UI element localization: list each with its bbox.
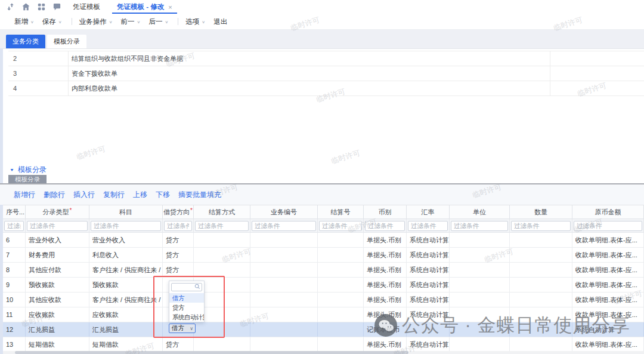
cell-entry-type[interactable]: 应收账款 [26,307,89,322]
chat-icon[interactable] [52,2,61,11]
cell-settle-no[interactable] [318,337,364,352]
cell-original-amount[interactable]: 收款单明细.表体-应... [572,248,644,262]
cell-quantity[interactable] [510,248,572,262]
cell-currency[interactable]: 单据头.币别 [364,337,407,352]
cell-business-no[interactable] [250,322,318,337]
cell-entry-type[interactable]: 其他应收款 [26,293,89,307]
cell-settle-no[interactable] [318,278,364,292]
toolbar-button-save[interactable]: 保存∨ [42,17,62,26]
action-delete-row[interactable]: 删除行 [44,190,65,200]
cell-currency[interactable]: 单据头.币别 [364,293,407,307]
toolbar-button-options[interactable]: 选项∨ [185,17,205,26]
cell-account[interactable]: 预收账款 [89,278,163,292]
filter-input-settle-no[interactable] [319,221,362,231]
cell-account[interactable]: 短期借款 [89,337,163,352]
cell-unit[interactable] [450,337,510,352]
cell-dc-direction[interactable]: 贷方 [163,337,194,352]
filter-input-entry-type[interactable] [27,221,88,231]
cell-business-no[interactable] [250,307,318,322]
filter-input-quantity[interactable] [511,221,571,231]
horizontal-scrollbar-thumb[interactable] [15,351,408,354]
cell-currency[interactable]: 单据头.币别 [364,307,407,322]
column-header-currency[interactable]: 币别 [364,205,407,218]
cell-quantity[interactable] [510,233,572,247]
cell-unit[interactable] [450,233,510,247]
cell-original-amount[interactable]: 收款单明细.表体-应... [572,263,644,277]
cell-account[interactable]: 客户往来 / 供应商往来 / 员... [89,293,163,307]
cell-settle-no[interactable] [318,263,364,277]
cell-currency[interactable]: 单据头.币别 [364,233,407,247]
column-header-original-amount[interactable]: 原币金额 [572,205,644,218]
business-category-row[interactable]: 3资金下拨收款单 [8,66,644,81]
cell-settle-no[interactable] [318,322,364,337]
cell-exchange-rate[interactable]: 系统自动计算 [407,233,450,247]
tab-template-entries[interactable]: 模板分录 [47,35,86,48]
cell-seq[interactable]: 11 [3,307,26,322]
cell-exchange-rate[interactable]: 系统自动计算 [407,263,450,277]
cell-business-no[interactable] [250,278,318,292]
toolbar-button-business-operation[interactable]: 业务操作∨ [79,17,113,26]
cell-business-no[interactable] [250,293,318,307]
dropdown-option-credit[interactable]: 贷方 [169,303,204,312]
cell-quantity[interactable] [510,263,572,277]
cell-seq[interactable]: 7 [3,248,26,262]
cell-entry-type[interactable]: 其他应付款 [26,263,89,277]
column-header-dc-direction[interactable]: 借贷方向* [163,205,194,218]
toolbar-button-previous[interactable]: 前一∨ [121,17,141,26]
cell-unit[interactable] [450,322,510,337]
action-add-row[interactable]: 新增行 [14,190,35,200]
switch-icon[interactable] [6,2,15,11]
action-move-down[interactable]: 下移 [156,190,170,200]
cell-original-amount[interactable]: 收款单明细.表体-应... [572,307,644,322]
cell-account[interactable]: 营业外收入 [89,233,163,247]
cell-seq[interactable]: 13 [3,337,26,352]
cell-settle-no[interactable] [318,233,364,247]
toolbar-button-new[interactable]: 新增∨ [14,17,34,26]
cell-currency[interactable]: 记账本位币 [364,322,407,337]
cell-business-no[interactable] [250,248,318,262]
toolbar-button-next[interactable]: 后一∨ [148,17,168,26]
cell-exchange-rate[interactable]: 系统自动计算 [407,337,450,352]
cell-entry-type[interactable]: 短期借款 [26,337,89,352]
action-copy-row[interactable]: 复制行 [103,190,125,200]
dropdown-option-auto-calc[interactable]: 系统自动计算 [169,312,204,322]
cell-business-no[interactable] [250,233,318,247]
home-icon[interactable] [21,2,30,11]
cell-seq[interactable]: 10 [3,293,26,307]
cell-unit[interactable] [450,248,510,262]
cell-entry-type[interactable]: 汇兑损益 [26,322,89,337]
action-batch-fill-summary[interactable]: 摘要批量填充 [178,190,221,200]
action-move-up[interactable]: 上移 [133,190,147,200]
column-header-business-no[interactable]: 业务编号 [250,205,318,218]
cell-account[interactable]: 利息收入 [89,248,163,262]
subtab-template-entries[interactable]: 模板分录 [8,175,47,184]
cell-quantity[interactable] [510,293,572,307]
cell-unit[interactable] [450,263,510,277]
cell-currency[interactable]: 单据头.币别 [364,248,407,262]
cell-original-amount[interactable]: 收款单明细.表体-应... [572,278,644,292]
nav-tab-voucher-template-edit[interactable]: 凭证模板 - 修改× [109,0,181,14]
cell-unit[interactable] [450,278,510,292]
business-category-row[interactable]: 2结算组织与收款组织不同且非资金单据 [8,51,644,66]
column-header-account[interactable]: 科目 [89,205,163,218]
toolbar-button-exit[interactable]: 退出 [213,17,227,26]
tab-business-category[interactable]: 业务分类 [6,35,45,48]
cell-settle-no[interactable] [318,293,364,307]
close-icon[interactable]: × [168,4,172,11]
filter-input-seq[interactable] [4,221,24,231]
cell-seq[interactable]: 12 [3,322,26,337]
filter-input-business-no[interactable] [252,221,316,231]
cell-dc-direction[interactable]: 贷方 [163,248,194,262]
template-entries-section-toggle[interactable]: ▼ 模板分录 [10,165,47,175]
nav-tab-voucher-template[interactable]: 凭证模板 [64,0,109,14]
column-header-quantity[interactable]: 数量 [510,205,572,218]
cell-seq[interactable]: 8 [3,263,26,277]
cell-business-no[interactable] [250,337,318,352]
cell-currency[interactable]: 单据头.币别 [364,278,407,292]
cell-entry-type[interactable]: 财务费用 [26,248,89,262]
business-category-row[interactable]: 4内部利息收款单 [8,81,644,96]
cell-quantity[interactable] [510,322,572,337]
cell-original-amount[interactable]: 收款单明细.表体-应... [572,337,644,352]
column-header-seq[interactable]: 序号... [3,205,26,218]
filter-input-settle-method[interactable] [195,221,249,231]
